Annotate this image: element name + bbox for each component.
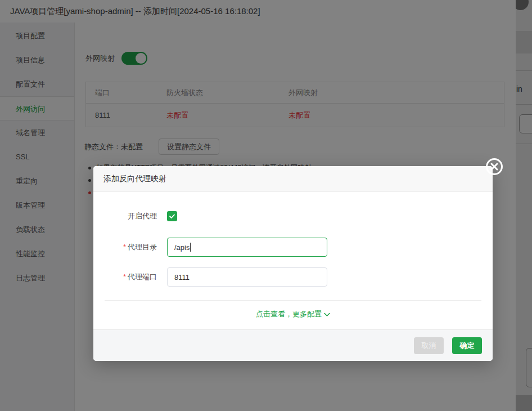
enable-proxy-label: 开启代理 (93, 211, 157, 221)
enable-proxy-checkbox[interactable] (167, 211, 177, 221)
chevron-down-icon (324, 310, 330, 318)
divider (105, 300, 481, 301)
text-caret (190, 243, 191, 252)
modal-close-button[interactable] (485, 158, 503, 176)
proxy-port-input[interactable]: 8111 (167, 267, 327, 287)
modal-footer: 取消 确定 (93, 329, 493, 361)
proxy-dir-value: /apis (174, 243, 190, 252)
required-marker: * (123, 272, 126, 281)
check-icon (169, 213, 175, 220)
cancel-button[interactable]: 取消 (414, 337, 444, 354)
add-reverse-proxy-modal: 添加反向代理映射 开启代理 *代理目录 /apis *代理端口 (93, 166, 493, 361)
close-icon (485, 158, 503, 176)
proxy-dir-label: *代理目录 (93, 242, 157, 252)
proxy-port-label: *代理端口 (93, 272, 157, 282)
confirm-button[interactable]: 确定 (452, 337, 482, 354)
proxy-port-value: 8111 (174, 273, 190, 282)
proxy-dir-input[interactable]: /apis (167, 238, 327, 257)
required-marker: * (123, 243, 126, 251)
modal-body: 开启代理 *代理目录 /apis *代理端口 8111 (93, 192, 493, 319)
modal-title: 添加反向代理映射 (103, 174, 166, 184)
more-config-link[interactable]: 点击查看，更多配置 (256, 310, 330, 318)
modal-header: 添加反向代理映射 (93, 166, 493, 192)
